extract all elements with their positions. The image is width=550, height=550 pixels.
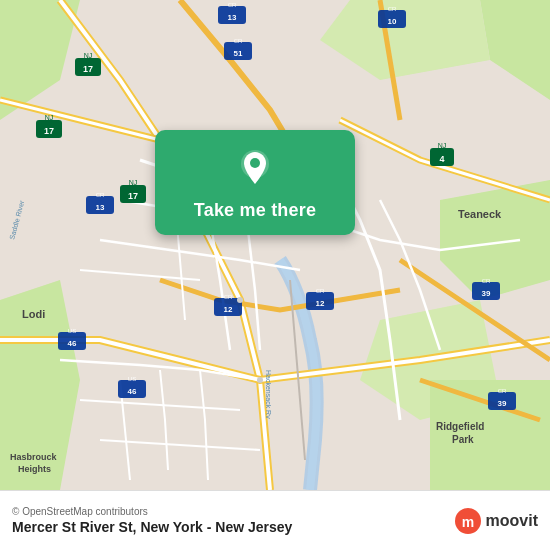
svg-text:CR: CR xyxy=(96,192,105,198)
svg-text:US: US xyxy=(68,328,76,334)
svg-text:CR: CR xyxy=(498,388,507,394)
location-title: Mercer St River St, New York - New Jerse… xyxy=(12,519,454,535)
svg-text:NJ: NJ xyxy=(438,142,447,149)
svg-text:39: 39 xyxy=(482,289,491,298)
svg-point-60 xyxy=(237,297,243,303)
svg-text:CR: CR xyxy=(228,2,237,8)
svg-text:17: 17 xyxy=(44,126,54,136)
svg-text:CR: CR xyxy=(234,38,243,44)
svg-text:51: 51 xyxy=(234,49,243,58)
attribution-text: © OpenStreetMap contributors xyxy=(12,506,454,517)
svg-text:46: 46 xyxy=(68,339,77,348)
svg-text:CR: CR xyxy=(388,6,397,12)
svg-text:17: 17 xyxy=(83,64,93,74)
location-pin-icon xyxy=(233,146,277,190)
svg-text:Heights: Heights xyxy=(18,464,51,474)
svg-text:13: 13 xyxy=(228,13,237,22)
svg-text:39: 39 xyxy=(498,399,507,408)
svg-text:NJ: NJ xyxy=(84,52,93,59)
svg-text:13: 13 xyxy=(96,203,105,212)
svg-text:10: 10 xyxy=(388,17,397,26)
take-me-there-button[interactable]: Take me there xyxy=(155,130,355,235)
bottom-bar: © OpenStreetMap contributors Mercer St R… xyxy=(0,490,550,550)
svg-text:12: 12 xyxy=(224,305,233,314)
svg-text:Hasbrouck: Hasbrouck xyxy=(10,452,58,462)
svg-text:CR: CR xyxy=(482,278,491,284)
svg-text:CR: CR xyxy=(316,288,325,294)
svg-point-61 xyxy=(257,377,263,383)
svg-text:m: m xyxy=(461,514,473,530)
take-me-there-label: Take me there xyxy=(194,200,316,221)
svg-text:Park: Park xyxy=(452,434,474,445)
bottom-info: © OpenStreetMap contributors Mercer St R… xyxy=(12,506,454,535)
svg-text:NJ: NJ xyxy=(129,179,138,186)
moovit-logo-icon: m xyxy=(454,507,482,535)
svg-text:12: 12 xyxy=(316,299,325,308)
svg-text:17: 17 xyxy=(128,191,138,201)
map-container: 17 NJ 17 NJ 17 NJ 4 NJ 51 CR 12 CR 12 CR… xyxy=(0,0,550,490)
svg-point-63 xyxy=(250,158,260,168)
moovit-logo: m moovit xyxy=(454,507,538,535)
svg-text:4: 4 xyxy=(439,154,444,164)
moovit-text: moovit xyxy=(486,512,538,530)
svg-text:US: US xyxy=(128,376,136,382)
svg-text:46: 46 xyxy=(128,387,137,396)
svg-text:NJ: NJ xyxy=(45,114,54,121)
svg-text:Ridgefield: Ridgefield xyxy=(436,421,484,432)
svg-text:Lodi: Lodi xyxy=(22,308,45,320)
svg-text:Teaneck: Teaneck xyxy=(458,208,502,220)
svg-text:CR: CR xyxy=(224,294,233,300)
svg-text:Hackensack Rv: Hackensack Rv xyxy=(265,370,272,419)
